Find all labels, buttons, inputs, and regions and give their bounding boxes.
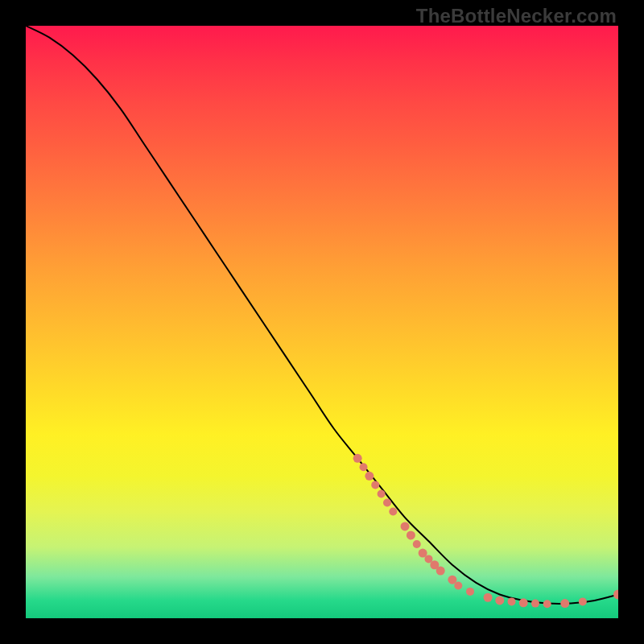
data-point xyxy=(365,472,374,481)
plot-area xyxy=(26,26,618,618)
data-point xyxy=(360,463,368,471)
data-point xyxy=(495,596,504,605)
watermark-text: TheBottleNecker.com xyxy=(416,5,617,27)
data-point xyxy=(579,597,587,605)
data-point xyxy=(466,588,474,596)
data-point xyxy=(613,590,618,600)
data-point xyxy=(454,582,462,590)
marker-layer xyxy=(353,454,618,609)
data-point xyxy=(389,508,397,516)
data-point xyxy=(401,522,410,530)
data-point xyxy=(484,593,493,602)
data-point xyxy=(508,597,516,605)
chart-svg xyxy=(26,26,618,618)
data-point xyxy=(383,498,391,506)
data-point xyxy=(378,489,386,497)
data-point xyxy=(519,598,528,607)
data-point xyxy=(413,540,421,548)
curve-layer xyxy=(26,26,618,604)
bottleneck-curve xyxy=(26,26,618,604)
data-point xyxy=(353,454,362,463)
data-point xyxy=(543,600,551,608)
chart-container: TheBottleNecker.com xyxy=(0,0,644,644)
data-point xyxy=(531,600,539,608)
data-point xyxy=(371,481,379,489)
data-point xyxy=(436,567,445,576)
data-point xyxy=(407,530,415,539)
data-point xyxy=(560,599,569,608)
